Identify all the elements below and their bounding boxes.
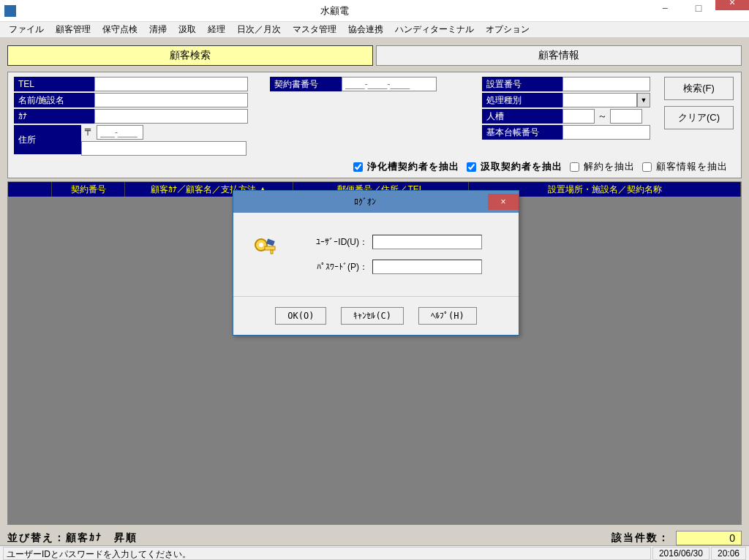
close-button[interactable]: × [715, 0, 749, 10]
input-process-type[interactable] [562, 93, 637, 107]
minimize-button[interactable]: − [648, 0, 682, 16]
dialog-close-button[interactable]: × [488, 194, 519, 210]
window-title: 水顧電 [20, 4, 648, 18]
sort-label: 並び替え：顧客ｶﾅ 昇順 [7, 531, 138, 545]
menu-pump[interactable]: 汲取 [173, 22, 202, 37]
check-jokaso[interactable] [353, 162, 363, 172]
th-blank[interactable] [8, 182, 52, 197]
user-id-label: ﾕｰｻﾞｰID(U)： [295, 236, 368, 249]
user-id-input[interactable] [372, 235, 482, 249]
menu-file[interactable]: ファイル [3, 22, 50, 37]
bottom-row: 並び替え：顧客ｶﾅ 昇順 該当件数： 0 [7, 529, 742, 547]
menu-cleaning[interactable]: 清掃 [143, 22, 173, 37]
input-address[interactable] [81, 141, 246, 156]
process-type-dropdown-icon[interactable]: ▼ [637, 93, 650, 107]
maximize-button[interactable]: □ [682, 0, 715, 16]
label-tel: TEL [14, 77, 94, 91]
check-jokaso-label: 浄化槽契約者を抽出 [367, 160, 459, 173]
menu-maintenance[interactable]: 保守点検 [97, 22, 143, 37]
input-capacity-from[interactable] [562, 109, 595, 124]
count-value: 0 [676, 531, 742, 545]
search-button[interactable]: 検索(F) [664, 77, 734, 100]
logon-dialog: ﾛｸﾞｵﾝ × ﾕｰｻﾞｰID(U)： ﾊﾟｽﾜｰﾄﾞ(P)： OK(O) [233, 190, 519, 336]
input-contract-no[interactable] [342, 77, 437, 91]
check-kaiyaku-label: 解約を抽出 [584, 160, 635, 173]
label-kana: ｶﾅ [14, 109, 94, 124]
svg-rect-3 [271, 250, 273, 254]
label-contract-no: 契約書番号 [270, 77, 342, 91]
menu-assoc[interactable]: 協会連携 [342, 22, 389, 37]
menu-handy[interactable]: ハンディターミナル [389, 22, 480, 37]
menu-daily[interactable]: 日次／月次 [231, 22, 287, 37]
capacity-sep: ～ [595, 110, 610, 123]
svg-rect-2 [265, 246, 275, 250]
label-process-type: 処理種別 [482, 93, 562, 107]
check-kumitori[interactable] [467, 162, 476, 172]
label-postal: 〒 [81, 126, 97, 139]
password-label: ﾊﾟｽﾜｰﾄﾞ(P)： [295, 261, 368, 273]
search-form: TEL 名前/施設名 ｶﾅ 住所 〒 [7, 72, 742, 178]
dialog-titlebar: ﾛｸﾞｵﾝ × [233, 191, 519, 213]
dialog-title: ﾛｸﾞｵﾝ [242, 197, 488, 207]
check-kumitori-label: 汲取契約者を抽出 [481, 160, 562, 173]
input-ledger-no[interactable] [562, 125, 650, 140]
clear-button[interactable]: クリア(C) [664, 106, 734, 129]
status-time: 20:06 [711, 547, 746, 560]
window-titlebar: 水顧電 − □ × [0, 0, 749, 22]
status-date: 2016/06/30 [652, 547, 710, 560]
check-kokyaku-label: 顧客情報を抽出 [656, 160, 728, 173]
app-icon [4, 5, 16, 17]
input-tel[interactable] [94, 77, 248, 91]
input-kana[interactable] [94, 109, 248, 124]
key-icon [251, 235, 280, 264]
tab-info[interactable]: 顧客情報 [376, 45, 742, 66]
menu-customer[interactable]: 顧客管理 [50, 22, 97, 37]
label-name: 名前/施設名 [14, 93, 94, 107]
password-input[interactable] [372, 260, 482, 274]
menu-accounting[interactable]: 経理 [202, 22, 231, 37]
svg-point-1 [259, 243, 263, 247]
input-postal[interactable] [97, 125, 143, 140]
th-contract-no[interactable]: 契約番号 [52, 182, 125, 197]
tab-search[interactable]: 顧客検索 [7, 45, 373, 66]
main-tabs: 顧客検索 顧客情報 [7, 45, 742, 66]
input-capacity-to[interactable] [610, 109, 642, 124]
menubar: ファイル 顧客管理 保守点検 清掃 汲取 経理 日次／月次 マスタ管理 協会連携… [0, 22, 749, 38]
statusbar: ユーザーIDとパスワードを入力してください。 2016/06/30 20:06 [0, 545, 749, 560]
check-kokyaku[interactable] [642, 162, 652, 172]
count-label: 該当件数： [611, 531, 670, 545]
menu-master[interactable]: マスタ管理 [287, 22, 342, 37]
label-install-no: 設置番号 [482, 77, 562, 91]
status-message: ユーザーIDとパスワードを入力してください。 [3, 547, 651, 560]
dialog-ok-button[interactable]: OK(O) [275, 307, 326, 325]
dialog-help-button[interactable]: ﾍﾙﾌﾟ(H) [418, 307, 477, 325]
input-name[interactable] [94, 93, 248, 107]
label-capacity: 人槽 [482, 109, 562, 124]
input-install-no[interactable] [562, 77, 650, 91]
dialog-cancel-button[interactable]: ｷｬﾝｾﾙ(C) [341, 307, 404, 325]
check-kaiyaku[interactable] [570, 162, 579, 172]
label-ledger-no: 基本台帳番号 [482, 125, 562, 140]
menu-option[interactable]: オプション [480, 22, 535, 37]
label-addr: 住所 [14, 125, 81, 154]
